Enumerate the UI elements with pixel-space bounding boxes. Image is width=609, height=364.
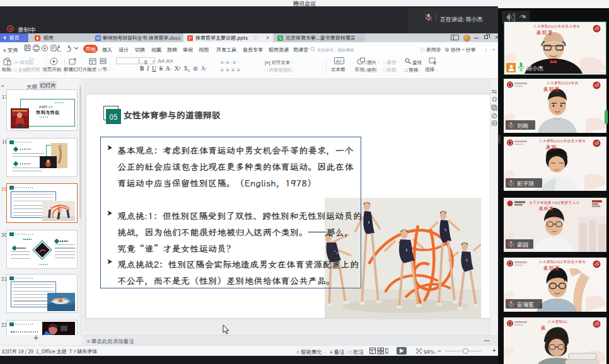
svg-text:A≡: A≡ bbox=[336, 59, 342, 64]
